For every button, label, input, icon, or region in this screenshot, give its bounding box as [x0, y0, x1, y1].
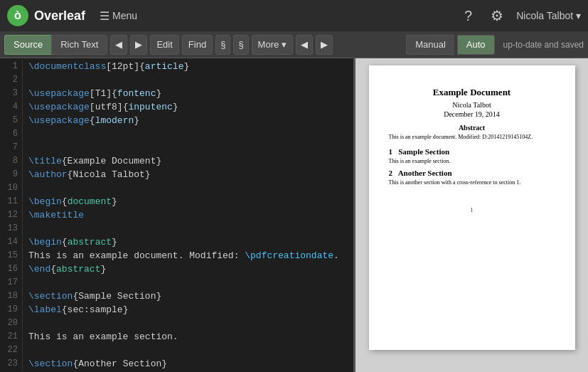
line-num-1: 1: [4, 60, 18, 73]
line-num-7: 7: [4, 141, 18, 154]
code-line-19: \label{sec:sample}: [28, 303, 348, 317]
code-line-22: [28, 344, 348, 357]
line-num-15: 15: [4, 249, 18, 262]
code-line-17: [28, 276, 348, 289]
code-line-10: [28, 181, 348, 195]
line-num-10: 10: [4, 181, 18, 195]
code-line-2: [28, 73, 348, 87]
preview-section2: 2 Another Section: [389, 169, 555, 177]
code-line-7: [28, 141, 348, 154]
source-tab[interactable]: Source: [4, 35, 51, 55]
user-name: Nicola Talbot: [516, 10, 573, 21]
compile-status: up-to-date and saved: [503, 40, 584, 50]
editor-mode-tabs: Source Rich Text: [4, 35, 107, 55]
preview-pane: Example Document Nicola Talbot December …: [356, 58, 588, 372]
code-line-16: \end{abstract}: [28, 262, 348, 276]
preview-page-num: 1: [389, 207, 555, 213]
menu-label: Menu: [112, 10, 137, 21]
preview-section1: 1 Sample Section: [389, 147, 555, 156]
code-line-4: \usepackage[utf8]{inputenc}: [28, 100, 348, 114]
back-icon: ◀: [115, 39, 122, 50]
expand-button[interactable]: ▶: [316, 35, 333, 55]
line-num-21: 21: [4, 330, 18, 344]
section2-num: 2: [389, 169, 393, 177]
user-menu-button[interactable]: Nicola Talbot ▾: [516, 10, 581, 21]
code-line-14: \begin{abstract}: [28, 235, 348, 249]
preview-section2-text: This is another section with a cross-ref…: [389, 179, 555, 186]
more-label: More: [258, 39, 279, 50]
line-num-16: 16: [4, 262, 18, 276]
paragraph-button[interactable]: §: [215, 35, 230, 55]
more-button[interactable]: More ▾: [252, 35, 293, 55]
forward-icon: ▶: [135, 39, 142, 50]
more-caret-icon: ▾: [282, 39, 287, 50]
overleaf-logo: ò: [7, 5, 28, 26]
edit-button[interactable]: Edit: [150, 35, 178, 55]
code-line-8: \title{Example Document}: [28, 154, 348, 168]
code-line-21: This is an example section.: [28, 330, 348, 344]
preview-abstract-title: Abstract: [389, 124, 555, 132]
line-num-23: 23: [4, 357, 18, 371]
compile-group: Manual Auto: [406, 35, 494, 55]
menu-button[interactable]: ☰ Menu: [100, 9, 137, 23]
preview-page: Example Document Nicola Talbot December …: [369, 65, 575, 350]
line-num-12: 12: [4, 208, 18, 222]
line-num-13: 13: [4, 222, 18, 235]
main-area: 1 2 3 4 5 6 7 8 9 10 11 12 13 14 15 16 1…: [0, 58, 588, 372]
editor-pane[interactable]: 1 2 3 4 5 6 7 8 9 10 11 12 13 14 15 16 1…: [0, 58, 356, 372]
code-line-5: \usepackage{lmodern}: [28, 114, 348, 127]
line-num-18: 18: [4, 289, 18, 303]
forward-button[interactable]: ▶: [130, 35, 147, 55]
line-num-22: 22: [4, 344, 18, 357]
line-num-5: 5: [4, 114, 18, 127]
preview-abstract-text: This is an example document. Modified: D…: [389, 134, 555, 140]
line-num-14: 14: [4, 235, 18, 249]
help-button[interactable]: ?: [459, 5, 478, 27]
line-num-19: 19: [4, 303, 18, 317]
section1-title: Sample Section: [398, 147, 449, 156]
code-line-23: \section{Another Section}: [28, 357, 348, 371]
line-num-11: 11: [4, 195, 18, 208]
editor-content[interactable]: 1 2 3 4 5 6 7 8 9 10 11 12 13 14 15 16 1…: [0, 58, 353, 372]
user-caret-icon: ▾: [576, 10, 581, 21]
line-num-20: 20: [4, 317, 18, 330]
line-num-4: 4: [4, 100, 18, 114]
manual-compile-button[interactable]: Manual: [406, 35, 454, 55]
preview-title: Example Document: [389, 87, 555, 98]
settings-icon: ⚙: [491, 8, 503, 23]
line-num-6: 6: [4, 127, 18, 141]
paragraph2-button[interactable]: §: [233, 35, 248, 55]
code-line-20: [28, 317, 348, 330]
settings-button[interactable]: ⚙: [485, 4, 509, 27]
line-num-17: 17: [4, 276, 18, 289]
code-line-6: [28, 127, 348, 141]
line-num-2: 2: [4, 73, 18, 87]
code-line-13: [28, 222, 348, 235]
help-icon: ?: [464, 8, 472, 23]
code-line-11: \begin{document}: [28, 195, 348, 208]
back-button[interactable]: ◀: [110, 35, 127, 55]
code-lines[interactable]: \documentclass[12pt]{article} \usepackag…: [23, 60, 353, 371]
auto-compile-button[interactable]: Auto: [457, 35, 495, 55]
line-num-8: 8: [4, 154, 18, 168]
collapse-left-icon: ◀: [301, 39, 308, 50]
line-numbers: 1 2 3 4 5 6 7 8 9 10 11 12 13 14 15 16 1…: [0, 60, 23, 371]
find-button[interactable]: Find: [182, 35, 213, 55]
preview-date: December 19, 2014: [389, 110, 555, 118]
richtext-tab[interactable]: Rich Text: [51, 35, 107, 55]
expand-right-icon: ▶: [321, 39, 328, 50]
code-line-1: \documentclass[12pt]{article}: [28, 60, 348, 73]
preview-author: Nicola Talbot: [389, 101, 555, 109]
code-line-15: This is an example document. Modified: \…: [28, 249, 348, 262]
toolbar: Source Rich Text ◀ ▶ Edit Find § § More …: [0, 31, 588, 58]
logo-area: ò Overleaf: [7, 5, 85, 26]
code-line-9: \author{Nicola Talbot}: [28, 168, 348, 181]
code-line-18: \section{Sample Section}: [28, 289, 348, 303]
hamburger-icon: ☰: [100, 9, 109, 23]
code-line-3: \usepackage[T1]{fontenc}: [28, 87, 348, 100]
line-num-9: 9: [4, 168, 18, 181]
navbar: ò Overleaf ☰ Menu ? ⚙ Nicola Talbot ▾: [0, 0, 588, 31]
brand-name: Overleaf: [34, 9, 85, 23]
section1-num: 1: [389, 147, 393, 156]
collapse-button[interactable]: ◀: [296, 35, 313, 55]
